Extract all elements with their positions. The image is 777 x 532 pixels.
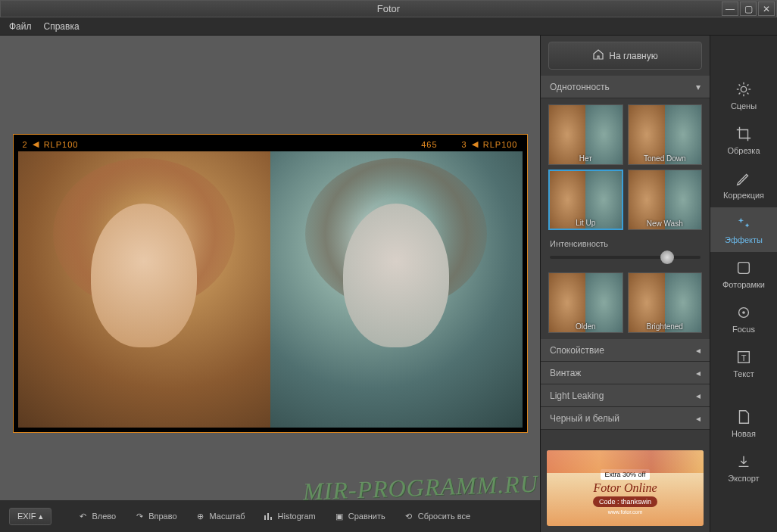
slider-thumb[interactable] [660, 250, 674, 264]
titlebar: Fotor — ▢ ✕ [0, 0, 777, 17]
intensity-slider[interactable] [550, 256, 701, 259]
triangle-right-icon: ◀ [472, 139, 479, 149]
app-title: Fotor [377, 3, 400, 14]
menu-help[interactable]: Справка [44, 21, 80, 32]
tool-scenes[interactable]: Сцены [710, 73, 777, 118]
photo-effected [270, 151, 523, 428]
effect-thumb[interactable]: New Wash [628, 170, 703, 230]
intensity-label: Интенсивность [550, 239, 608, 248]
tool-effects[interactable]: Эффекты [710, 207, 777, 252]
chevron-down-icon: ▾ [696, 82, 701, 92]
document-icon [735, 409, 752, 425]
svg-point-11 [742, 311, 745, 314]
sparkle-icon [735, 215, 752, 232]
chevron-left-icon: ◂ [696, 368, 701, 378]
canvas-area: 2 ◀ RLP100 465 3 ◀ RLP100 [0, 36, 540, 532]
chevron-left-icon: ◂ [696, 345, 701, 356]
photo-frame: 2 ◀ RLP100 465 3 ◀ RLP100 [13, 134, 528, 433]
exif-button[interactable]: EXIF ▴ [9, 508, 51, 525]
accordion-header[interactable]: Винтаж◂ [541, 362, 710, 384]
zoom-button[interactable]: ⊕ Масштаб [189, 508, 251, 524]
window-controls: — ▢ ✕ [722, 2, 775, 16]
effects-grid-bottom: OldenBrightened [541, 266, 710, 339]
effect-thumb[interactable]: Toned Down [628, 104, 703, 165]
promo-code: Code : thankswin [593, 496, 657, 507]
reset-button[interactable]: ⟲ Сбросить все [398, 508, 476, 524]
canvas-viewport: 2 ◀ RLP100 465 3 ◀ RLP100 [0, 36, 540, 500]
photo-original [18, 151, 270, 428]
rotate-left-button[interactable]: ↶ Влево [71, 508, 122, 524]
effects-grid-top: НетToned DownLit UpNew Wash [541, 98, 710, 236]
export-icon [735, 453, 752, 470]
compare-button[interactable]: ▣ Сравнить [328, 508, 392, 524]
effect-thumb[interactable]: Lit Up [548, 170, 623, 230]
promo-title: Fotor Online [594, 481, 657, 495]
film-frame-right: 3 [462, 140, 467, 149]
effect-label: Toned Down [629, 154, 702, 163]
sun-icon [735, 81, 752, 98]
film-frame-left: 2 [23, 140, 28, 149]
rotate-right-icon: ↷ [134, 511, 145, 521]
film-code-right: RLP100 [483, 140, 518, 149]
effect-thumb[interactable]: Brightened [628, 272, 703, 333]
crop-icon [735, 126, 752, 142]
chevron-left-icon: ◂ [696, 413, 701, 424]
rotate-right-button[interactable]: ↷ Вправо [128, 508, 183, 524]
rotate-left-icon: ↶ [77, 511, 88, 521]
svg-line-5 [739, 85, 741, 86]
effect-label: Нет [549, 154, 623, 163]
text-icon: T [735, 349, 752, 366]
zoom-icon: ⊕ [195, 511, 206, 521]
accordion-monotone[interactable]: Однотонность ▾ [541, 76, 710, 98]
accordion-header[interactable]: Спокойствие◂ [541, 339, 710, 362]
pencil-icon [735, 170, 752, 187]
chevron-up-icon: ▴ [39, 512, 43, 521]
film-mid-num: 465 [421, 140, 437, 149]
menu-file[interactable]: Файл [9, 21, 32, 32]
tool-export[interactable]: Экспорт [710, 446, 777, 490]
tool-frames[interactable]: Фоторамки [710, 252, 777, 297]
reset-icon: ⟲ [404, 511, 414, 521]
film-code-left: RLP100 [44, 140, 79, 149]
svg-line-8 [747, 85, 749, 86]
tool-crop[interactable]: Обрезка [710, 118, 777, 163]
promo-banner[interactable]: Extra 30% off Fotor Online Code : thanks… [547, 450, 704, 526]
maximize-button[interactable]: ▢ [740, 2, 757, 16]
effect-label: Brightened [629, 322, 702, 331]
histogram-button[interactable]: Histogram [257, 508, 322, 524]
chevron-left-icon: ◂ [696, 390, 701, 401]
accordion-header[interactable]: Черный и белый◂ [541, 407, 710, 430]
effect-thumb[interactable]: Нет [548, 104, 623, 165]
tool-correction[interactable]: Коррекция [710, 163, 777, 207]
effect-label: Lit Up [550, 219, 622, 227]
home-button[interactable]: На главную [548, 42, 702, 70]
tool-focus[interactable]: Focus [710, 297, 777, 341]
svg-rect-9 [738, 263, 750, 274]
film-header: 2 ◀ RLP100 465 3 ◀ RLP100 [14, 138, 527, 151]
bottom-toolbar: EXIF ▴ ↶ Влево ↷ Вправо ⊕ Масштаб Histog… [0, 500, 540, 532]
photo-compare [18, 151, 523, 428]
svg-line-6 [747, 93, 749, 95]
exif-label: EXIF [17, 512, 36, 521]
triangle-left-icon: ◀ [33, 139, 39, 149]
accordion-header[interactable]: Light Leaking◂ [541, 384, 710, 407]
compare-icon: ▣ [334, 511, 345, 521]
effect-label: Olden [549, 322, 623, 331]
frame-icon [735, 260, 752, 276]
tool-new[interactable]: Новая [710, 401, 777, 446]
close-button[interactable]: ✕ [758, 2, 775, 16]
minimize-button[interactable]: — [722, 2, 738, 16]
promo-url: www.fotor.com [608, 509, 643, 515]
home-icon [592, 48, 604, 63]
histogram-icon [264, 511, 274, 521]
svg-line-7 [739, 93, 741, 95]
tool-text[interactable]: T Текст [710, 341, 777, 386]
side-toolbar: Сцены Обрезка Коррекция Эффекты Фоторамк… [710, 36, 777, 532]
svg-text:T: T [741, 353, 747, 362]
target-icon [735, 304, 752, 321]
effect-thumb[interactable]: Olden [548, 272, 623, 333]
effect-label: New Wash [629, 219, 702, 228]
svg-point-0 [741, 86, 746, 92]
menubar: Файл Справка [0, 17, 777, 36]
effects-panel: На главную Однотонность ▾ НетToned DownL… [540, 36, 710, 532]
